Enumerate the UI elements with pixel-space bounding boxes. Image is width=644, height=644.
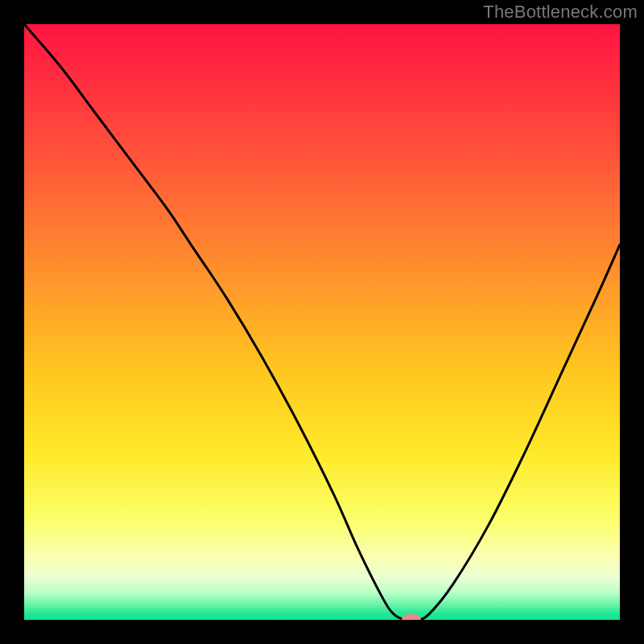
bottleneck-curve [24, 24, 620, 620]
chart-frame: TheBottleneck.com [0, 0, 644, 644]
curve-layer [24, 24, 620, 620]
current-position-thumb[interactable] [402, 614, 421, 620]
plot-area [24, 24, 620, 620]
attribution-label: TheBottleneck.com [483, 2, 638, 23]
